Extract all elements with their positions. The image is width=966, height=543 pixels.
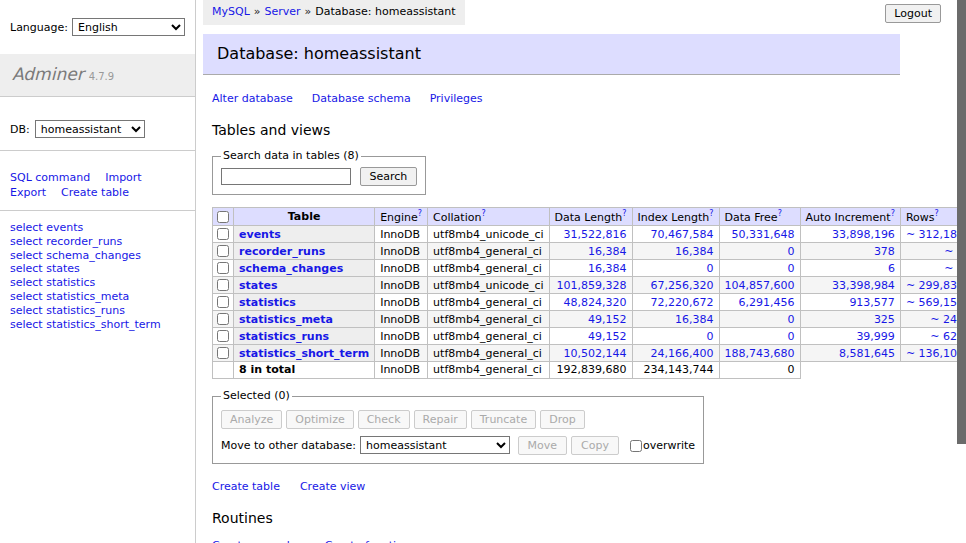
index-length-cell-link[interactable]: 24,166,400 (651, 347, 714, 360)
help-link[interactable]: ? (709, 209, 713, 218)
optimize-button[interactable]: Optimize (286, 410, 353, 429)
data-free-cell-link[interactable]: 50,331,648 (732, 228, 795, 241)
copy-button[interactable]: Copy (571, 436, 619, 455)
table-name-link-statistics_meta[interactable]: statistics_meta (239, 313, 333, 326)
table-name-link-recorder_runs[interactable]: recorder_runs (239, 245, 325, 258)
data-free-cell-link[interactable]: 0 (788, 245, 795, 258)
table-name-link-events[interactable]: events (239, 228, 281, 241)
table-name-link-schema_changes[interactable]: schema_changes (239, 262, 343, 275)
table-select-link[interactable]: select statistics_meta (10, 290, 129, 303)
rows-cell-link[interactable]: ~ 569,159 (906, 296, 964, 309)
help-link[interactable]: ? (622, 209, 626, 218)
auto-increment-cell-link[interactable]: 325 (874, 313, 895, 326)
index-length-cell-link[interactable]: 67,256,320 (651, 279, 714, 292)
auto-increment-cell-link[interactable]: 913,577 (849, 296, 895, 309)
index-length-cell-link[interactable]: 0 (707, 330, 714, 343)
table-name-link-statistics_short_term[interactable]: statistics_short_term (239, 347, 369, 360)
help-link[interactable]: ? (778, 209, 782, 218)
index-length-cell-link[interactable]: 0 (707, 262, 714, 275)
check-button[interactable]: Check (358, 410, 410, 429)
logout-button[interactable]: Logout (885, 4, 941, 23)
db-select[interactable]: homeassistant (35, 120, 145, 138)
data-free-cell-link[interactable]: 0 (788, 262, 795, 275)
index-length-cell-link[interactable]: 70,467,584 (651, 228, 714, 241)
row-checkbox-statistics_short_term[interactable] (217, 347, 229, 359)
sidebar-action-export[interactable]: Export (10, 186, 46, 199)
data-free-cell-link[interactable]: 0 (788, 330, 795, 343)
drop-button[interactable]: Drop (540, 410, 584, 429)
sidebar-action-import[interactable]: Import (105, 171, 142, 184)
table-select-link[interactable]: select states (10, 262, 80, 275)
rows-cell-link[interactable]: ~ 136,108 (906, 347, 964, 360)
scrollbar-thumb[interactable] (957, 0, 966, 444)
data-length-cell-link[interactable]: 101,859,328 (557, 279, 627, 292)
truncate-button[interactable]: Truncate (471, 410, 536, 429)
link-create-procedure[interactable]: Create procedure (212, 539, 308, 543)
language-select[interactable]: English (72, 18, 185, 36)
table-select-link[interactable]: select events (10, 221, 83, 234)
data-length-cell-link[interactable]: 49,152 (588, 330, 627, 343)
move-button[interactable]: Move (518, 436, 568, 455)
auto-increment-cell-link[interactable]: 39,999 (856, 330, 895, 343)
data-length-cell-link[interactable]: 16,384 (588, 245, 627, 258)
index-length-cell-link[interactable]: 16,384 (675, 313, 714, 326)
row-checkbox-recorder_runs[interactable] (217, 245, 229, 257)
help-link[interactable]: ? (891, 209, 895, 218)
overwrite-checkbox[interactable] (630, 440, 642, 452)
row-checkbox-schema_changes[interactable] (217, 262, 229, 274)
help-link[interactable]: ? (418, 209, 422, 218)
row-checkbox-statistics_runs[interactable] (217, 330, 229, 342)
row-checkbox-statistics[interactable] (217, 296, 229, 308)
auto-increment-cell-link[interactable]: 378 (874, 245, 895, 258)
table-name-link-states[interactable]: states (239, 279, 278, 292)
search-input[interactable] (221, 168, 351, 185)
select-all-checkbox[interactable] (217, 211, 229, 223)
table-select-link[interactable]: select recorder_runs (10, 235, 122, 248)
repair-button[interactable]: Repair (414, 410, 467, 429)
search-button[interactable]: Search (360, 167, 418, 186)
table-select-link[interactable]: select schema_changes (10, 249, 141, 262)
link-create-function[interactable]: Create function (325, 539, 410, 543)
table-select-link[interactable]: select statistics_runs (10, 304, 125, 317)
link-create-view[interactable]: Create view (300, 480, 365, 493)
sidebar-action-create-table[interactable]: Create table (61, 186, 129, 199)
rows-cell-link[interactable]: ~ 312,180 (906, 228, 964, 241)
breadcrumb-link-server[interactable]: Server (265, 5, 301, 18)
analyze-button[interactable]: Analyze (221, 410, 282, 429)
data-free-cell-link[interactable]: 0 (788, 313, 795, 326)
table-select-link[interactable]: select statistics_short_term (10, 318, 161, 331)
auto-increment-cell-link[interactable]: 33,898,196 (832, 228, 895, 241)
link-create-table[interactable]: Create table (212, 480, 280, 493)
rows-cell-link[interactable]: ~ 299,833 (906, 279, 964, 292)
data-free-cell-link[interactable]: 6,291,456 (739, 296, 795, 309)
data-length-cell-link[interactable]: 10,502,144 (564, 347, 627, 360)
sidebar-action-sql-command[interactable]: SQL command (10, 171, 90, 184)
row-checkbox-statistics_meta[interactable] (217, 313, 229, 325)
index-length-cell-link[interactable]: 72,220,672 (651, 296, 714, 309)
auto-increment-cell-link[interactable]: 8,581,645 (839, 347, 895, 360)
auto-increment-cell-link[interactable]: 33,398,984 (832, 279, 895, 292)
link-database-schema[interactable]: Database schema (312, 92, 411, 105)
row-checkbox-states[interactable] (217, 279, 229, 291)
data-length-cell-link[interactable]: 49,152 (588, 313, 627, 326)
breadcrumb-link-mysql[interactable]: MySQL (212, 5, 250, 18)
index-length-cell: 0 (632, 260, 719, 277)
data-free-cell-link[interactable]: 188,743,680 (725, 347, 795, 360)
data-length-cell-link[interactable]: 48,824,320 (564, 296, 627, 309)
data-free-cell-link[interactable]: 104,857,600 (725, 279, 795, 292)
routine-links: Create procedureCreate function (212, 539, 957, 543)
table-name-link-statistics[interactable]: statistics (239, 296, 296, 309)
auto-increment-cell-link[interactable]: 6 (888, 262, 895, 275)
move-db-select[interactable]: homeassistant (360, 436, 510, 454)
vertical-scrollbar[interactable] (957, 0, 966, 543)
help-link[interactable]: ? (481, 209, 485, 218)
table-name-link-statistics_runs[interactable]: statistics_runs (239, 330, 329, 343)
help-link[interactable]: ? (934, 209, 938, 218)
index-length-cell-link[interactable]: 16,384 (675, 245, 714, 258)
link-privileges[interactable]: Privileges (430, 92, 483, 105)
table-select-link[interactable]: select statistics (10, 276, 95, 289)
link-alter-database[interactable]: Alter database (212, 92, 293, 105)
row-checkbox-events[interactable] (217, 228, 229, 240)
data-length-cell-link[interactable]: 16,384 (588, 262, 627, 275)
data-length-cell-link[interactable]: 31,522,816 (564, 228, 627, 241)
